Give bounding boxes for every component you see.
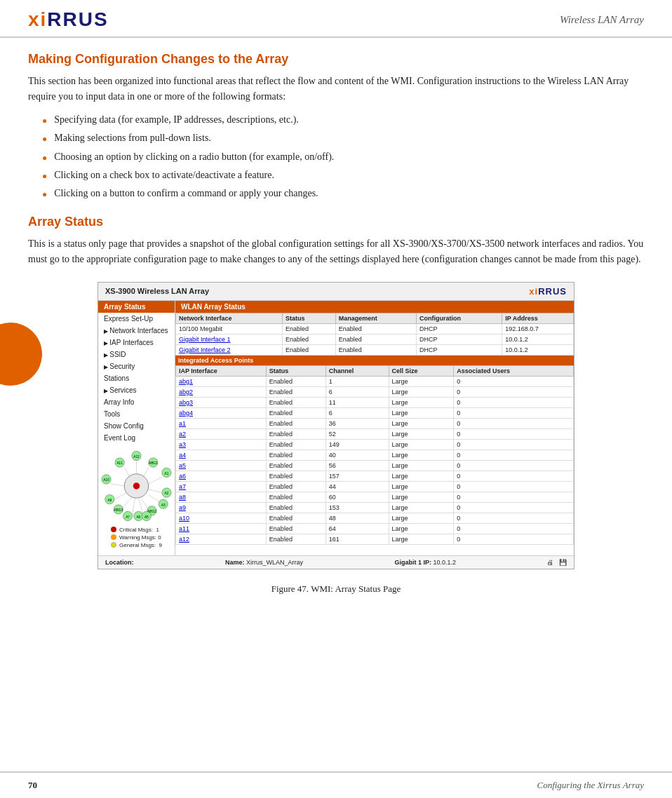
iap-r9-c1: a5: [176, 460, 267, 471]
iap-row-15: a11Enabled64Large0: [176, 523, 574, 534]
net-col-ip: IP Address: [502, 313, 574, 323]
iap-row-5: a1Enabled36Large0: [176, 418, 574, 428]
iap-r3-c3: 11: [325, 397, 389, 407]
wmi-screenshot: XS-3900 Wireless LAN Array xiRRUS Array …: [98, 282, 574, 569]
sidebar-item-event-log[interactable]: Event Log: [98, 432, 175, 444]
network-interface-table: Network Interface Status Management Conf…: [175, 313, 574, 356]
iap-r12-c5: 0: [454, 492, 574, 502]
net-r2-interface: Gigabit Interface 1: [176, 334, 283, 344]
svg-text:ABG3: ABG3: [114, 508, 123, 512]
net-r3-interface: Gigabit Interface 2: [176, 344, 283, 355]
net-col-configuration: Configuration: [416, 313, 502, 323]
sidebar-item-tools[interactable]: Tools: [98, 408, 175, 420]
sidebar-item-iap-interfaces[interactable]: IAP Interfaces: [98, 337, 175, 349]
iap-r9-c4: Large: [389, 460, 454, 471]
iap-row-7: a3Enabled149Large0: [176, 439, 574, 449]
iap-r5-c2: Enabled: [266, 418, 325, 428]
bullet-list: Specifying data (for example, IP address…: [42, 112, 644, 202]
iap-r8-c1: a4: [176, 449, 267, 460]
iap-col-interface: IAP Interface: [176, 365, 267, 376]
iap-row-4: abg4Enabled6Large0: [176, 407, 574, 418]
svg-text:A3: A3: [161, 503, 166, 506]
iap-r15-c2: Enabled: [266, 523, 325, 534]
footer-page-number: 70: [28, 780, 37, 791]
iap-row-8: a4Enabled40Large0: [176, 449, 574, 460]
sidebar-item-ssid[interactable]: SSID: [98, 349, 175, 360]
iap-r10-c1: a6: [176, 471, 267, 481]
iap-col-channel: Channel: [325, 365, 389, 376]
sidebar-item-stations[interactable]: Stations: [98, 372, 175, 384]
sidebar-item-array-info[interactable]: Array Info: [98, 396, 175, 408]
svg-point-27: [133, 482, 140, 489]
sidebar-item-array-status[interactable]: Array Status: [98, 301, 175, 313]
iap-row-9: a5Enabled56Large0: [176, 460, 574, 471]
bullet-item-4: Clicking on a check box to activate/deac…: [42, 168, 644, 183]
iap-row-12: a8Enabled60Large0: [176, 492, 574, 502]
net-r3-status: Enabled: [283, 344, 336, 355]
iap-r11-c4: Large: [389, 481, 454, 492]
sidebar-item-express-setup[interactable]: Express Set-Up: [98, 313, 175, 325]
iap-row-11: a7Enabled44Large0: [176, 481, 574, 492]
iap-r12-c2: Enabled: [266, 492, 325, 502]
net-r2-ip: 10.0.1.2: [502, 334, 574, 344]
iap-r3-c1: abg3: [176, 397, 267, 407]
net-r3-mgmt: Enabled: [335, 344, 416, 355]
iap-r12-c4: Large: [389, 492, 454, 502]
iap-r11-c3: 44: [325, 481, 389, 492]
wmi-bottom-bar: Location: Name: Xirrus_WLAN_Array Gigabi…: [98, 555, 574, 569]
svg-line-30: [143, 467, 149, 477]
svg-text:A6: A6: [136, 515, 140, 518]
net-row-2: Gigabit Interface 1 Enabled Enabled DHCP…: [176, 334, 574, 344]
wmi-main-panel: WLAN Array Status Network Interface Stat…: [175, 301, 574, 555]
iap-r5-c4: Large: [389, 418, 454, 428]
net-r1-ip: 192.168.0.7: [502, 323, 574, 334]
svg-line-38: [133, 498, 135, 514]
warning-label: Warning Msgs: 0: [119, 534, 161, 541]
iap-r13-c3: 153: [325, 502, 389, 513]
iap-r10-c5: 0: [454, 471, 574, 481]
iap-r1-c3: 1: [325, 376, 389, 386]
svg-line-35: [149, 494, 159, 501]
wmi-logo-x: xi: [529, 286, 538, 297]
net-r1-status: Enabled: [283, 323, 336, 334]
legend-warning: Warning Msgs: 0: [111, 534, 162, 541]
iap-r13-c2: Enabled: [266, 502, 325, 513]
bottom-gig: Gigabit 1 IP: 10.0.1.2: [394, 559, 456, 566]
net-col-interface: Network Interface: [176, 313, 283, 323]
print-icon[interactable]: 🖨: [547, 559, 553, 566]
iap-r5-c5: 0: [454, 418, 574, 428]
iap-r3-c4: Large: [389, 397, 454, 407]
iap-row-6: a2Enabled52Large0: [176, 428, 574, 439]
iap-r16-c3: 161: [325, 534, 389, 544]
iap-r4-c3: 6: [325, 407, 389, 418]
svg-line-29: [124, 467, 130, 477]
iap-r2-c3: 6: [325, 386, 389, 397]
iap-r11-c2: Enabled: [266, 481, 325, 492]
save-icon[interactable]: 💾: [559, 559, 567, 566]
footer-right-text: Configuring the Xirrus Array: [537, 780, 644, 791]
wmi-panel-title: WLAN Array Status: [175, 301, 574, 313]
iap-r6-c3: 52: [325, 428, 389, 439]
iap-r1-c4: Large: [389, 376, 454, 386]
net-r1-config: DHCP: [416, 323, 502, 334]
sidebar-item-services[interactable]: Services: [98, 384, 175, 396]
sidebar-item-show-config[interactable]: Show Config: [98, 420, 175, 432]
iap-r4-c5: 0: [454, 407, 574, 418]
iap-r13-c1: a9: [176, 502, 267, 513]
legend-critical: Critical Msgs: 1: [111, 527, 162, 533]
iap-r13-c4: Large: [389, 502, 454, 513]
iap-r1-c5: 0: [454, 376, 574, 386]
iap-r6-c5: 0: [454, 428, 574, 439]
iap-r4-c4: Large: [389, 407, 454, 418]
bullet-item-5: Clicking on a button to confirm a comman…: [42, 186, 644, 201]
sidebar-item-network-interfaces[interactable]: Network Interfaces: [98, 325, 175, 337]
svg-text:ABG1: ABG1: [149, 461, 158, 465]
sidebar-item-security[interactable]: Security: [98, 360, 175, 372]
iap-r15-c5: 0: [454, 523, 574, 534]
svg-text:A9: A9: [107, 498, 112, 501]
iap-r1-c1: abg1: [176, 376, 267, 386]
array-status-paragraph: This is a status only page that provides…: [28, 236, 644, 268]
svg-line-36: [123, 497, 131, 507]
iap-r16-c1: a12: [176, 534, 267, 544]
bullet-item-3: Choosing an option by clicking on a radi…: [42, 149, 644, 165]
